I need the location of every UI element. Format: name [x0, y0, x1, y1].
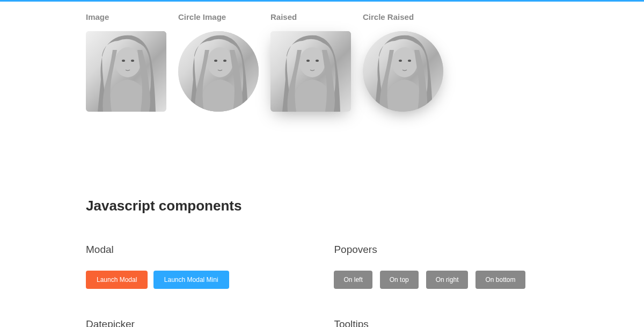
image-label: Circle Raised: [363, 12, 443, 21]
modal-title: Modal: [86, 244, 312, 256]
image-label: Circle Image: [178, 12, 259, 21]
popovers-title: Popovers: [334, 244, 560, 256]
portrait-icon: [363, 31, 443, 112]
svg-point-7: [223, 60, 226, 62]
svg-point-11: [316, 60, 319, 62]
datepicker-title: Datepicker: [86, 318, 312, 327]
portrait-icon: [270, 31, 351, 112]
sample-image-plain: [86, 31, 166, 112]
svg-point-9: [299, 47, 325, 77]
launch-modal-button[interactable]: Launch Modal: [86, 271, 148, 289]
svg-point-1: [115, 47, 141, 77]
popover-top-button[interactable]: On top: [380, 271, 419, 289]
image-label: Raised: [270, 12, 351, 21]
svg-point-13: [392, 47, 418, 77]
image-col-plain: Image: [86, 12, 166, 112]
svg-point-5: [207, 47, 233, 77]
svg-point-3: [131, 60, 134, 62]
images-row: Image Circle Image: [86, 12, 558, 112]
popover-left-button[interactable]: On left: [334, 271, 372, 289]
launch-modal-mini-button[interactable]: Launch Modal Mini: [153, 271, 229, 289]
sample-image-raised: [270, 31, 351, 112]
popover-right-button[interactable]: On right: [426, 271, 469, 289]
top-accent-bar: [0, 0, 644, 2]
section-title: Javascript components: [86, 198, 558, 214]
svg-point-2: [122, 60, 125, 62]
sample-image-circle: [178, 31, 259, 112]
image-label: Image: [86, 12, 166, 21]
portrait-icon: [178, 31, 259, 112]
image-col-circle-raised: Circle Raised: [363, 12, 443, 112]
popover-bottom-button[interactable]: On bottom: [475, 271, 525, 289]
svg-point-10: [306, 60, 310, 62]
portrait-icon: [86, 31, 166, 112]
sample-image-circle-raised: [363, 31, 443, 112]
image-col-raised: Raised: [270, 12, 351, 112]
svg-point-6: [214, 60, 217, 62]
tooltips-title: Tooltips: [334, 318, 560, 327]
image-col-circle: Circle Image: [178, 12, 259, 112]
svg-point-15: [408, 60, 411, 62]
svg-point-14: [399, 60, 402, 62]
